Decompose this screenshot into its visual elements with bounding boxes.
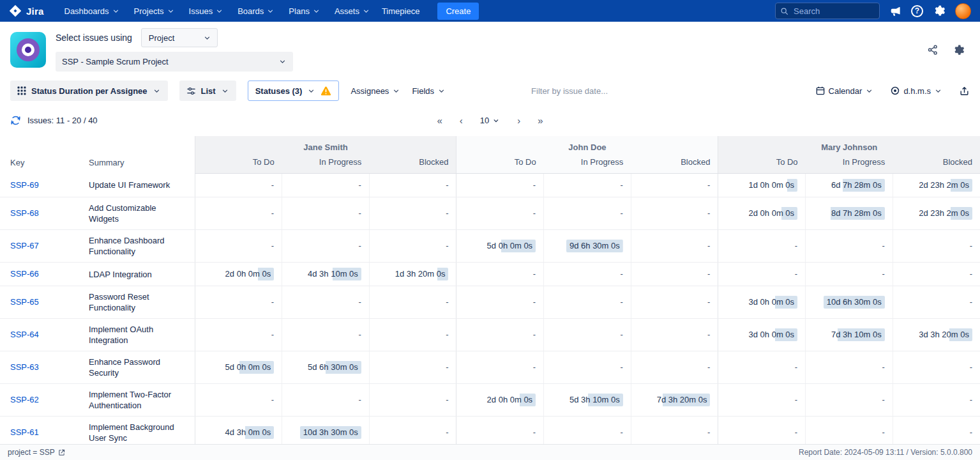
view-mode-label: List: [201, 86, 216, 96]
chevron-down-icon: [203, 34, 211, 42]
calendar-selector-label: Calendar: [829, 86, 863, 96]
issue-row: SSP-63Enhance Password Security5d 0h 0m …: [0, 351, 980, 384]
issue-key-link[interactable]: SSP-67: [10, 241, 39, 250]
duration-cell: -: [369, 230, 456, 263]
chevron-down-icon: [307, 87, 315, 95]
page-size-select[interactable]: 10: [480, 116, 500, 125]
report-subheader: Select issues using Project SSP - Sample…: [0, 22, 980, 77]
duration-cell: -: [806, 230, 893, 263]
warning-icon: [320, 86, 331, 96]
chevron-down-icon: [153, 87, 161, 95]
help-button[interactable]: ?: [911, 5, 923, 17]
first-page-button[interactable]: «: [437, 115, 442, 126]
duration-cell: -: [718, 351, 806, 384]
chevron-down-icon: [865, 87, 873, 95]
issue-source-mode-select[interactable]: Project: [141, 28, 218, 47]
last-page-button[interactable]: »: [538, 115, 543, 126]
nav-item-boards[interactable]: Boards: [237, 5, 275, 17]
assignee-group-mary-johnson: Mary Johnson: [718, 136, 980, 155]
issue-key-link[interactable]: SSP-69: [10, 180, 39, 190]
refresh-button[interactable]: [10, 115, 21, 126]
issue-key-link[interactable]: SSP-65: [10, 297, 39, 307]
duration-cell: 2d 0h 0m 0s: [718, 197, 806, 230]
chevron-down-icon: [492, 117, 500, 125]
nav-item-issues[interactable]: Issues: [189, 5, 224, 17]
empty-duration: -: [446, 208, 448, 218]
empty-duration: -: [882, 362, 884, 372]
issue-source-selects: Select issues using Project SSP - Sample…: [56, 28, 293, 72]
export-button[interactable]: [959, 86, 970, 96]
nav-item-projects[interactable]: Projects: [134, 5, 175, 17]
duration-value: 10d 6h 30m 0s: [824, 296, 885, 309]
status-column-header: Blocked: [893, 155, 980, 174]
duration-cell: -: [195, 286, 282, 319]
announcements-button[interactable]: [889, 5, 901, 17]
project-select[interactable]: SSP - Sample Scrum Project: [56, 52, 293, 72]
empty-duration: -: [795, 427, 797, 437]
empty-duration: -: [882, 427, 884, 437]
issue-key-link[interactable]: SSP-61: [10, 427, 39, 437]
assignee-group-header-row: Key Summary Jane Smith John Doe Mary Joh…: [0, 136, 980, 155]
jql-filter-link[interactable]: project = SSP: [8, 448, 65, 457]
issue-key-cell: SSP-69: [0, 174, 86, 197]
issue-key-link[interactable]: SSP-68: [10, 208, 39, 218]
view-mode-selector[interactable]: List: [179, 80, 236, 101]
nav-item-assets[interactable]: Assets: [335, 5, 370, 17]
duration-cell: 2d 23h 2m 0s: [893, 197, 980, 230]
nav-item-label: Assets: [335, 6, 359, 16]
empty-duration: -: [970, 241, 972, 250]
duration-cell: -: [544, 263, 631, 286]
empty-duration: -: [795, 269, 797, 279]
nav-item-plans[interactable]: Plans: [289, 5, 320, 17]
issue-key-cell: SSP-67: [0, 230, 86, 263]
assignees-filter-button[interactable]: Assignees: [351, 86, 400, 96]
empty-duration: -: [620, 330, 622, 339]
duration-cell: -: [282, 384, 370, 417]
empty-duration: -: [533, 362, 536, 372]
fields-selector-button[interactable]: Fields: [412, 86, 446, 96]
share-button[interactable]: [927, 44, 939, 56]
empty-duration: -: [271, 395, 274, 404]
duration-cell: 2d 23h 2m 0s: [893, 174, 980, 197]
jira-logo[interactable]: Jira: [9, 4, 44, 17]
duration-cell: -: [631, 197, 718, 230]
nav-item-timepiece[interactable]: Timepiece: [382, 5, 419, 17]
issue-key-link[interactable]: SSP-64: [10, 330, 39, 339]
empty-duration: -: [707, 362, 710, 372]
duration-value: 8d 7h 28m 0s: [828, 207, 885, 220]
statuses-filter-label: Statuses (3): [255, 86, 303, 96]
search-input[interactable]: [775, 3, 880, 19]
issue-key-link[interactable]: SSP-63: [10, 362, 39, 372]
status-column-header: To Do: [195, 155, 282, 174]
gear-icon: [933, 4, 946, 17]
user-avatar[interactable]: [955, 3, 971, 19]
create-button[interactable]: Create: [437, 3, 479, 20]
status-duration-table: Key Summary Jane Smith John Doe Mary Joh…: [0, 136, 980, 460]
empty-duration: -: [533, 180, 536, 190]
fields-selector-label: Fields: [412, 86, 434, 96]
status-column-header: In Progress: [806, 155, 893, 174]
duration-value: 4d 3h 0m 0s: [222, 426, 275, 439]
key-column-header: Key: [0, 136, 86, 174]
project-selected-value: SSP - Sample Scrum Project: [62, 57, 169, 66]
calendar-selector-button[interactable]: Calendar: [815, 86, 874, 96]
empty-duration: -: [970, 362, 972, 372]
next-page-button[interactable]: ›: [517, 115, 520, 126]
issue-key-link[interactable]: SSP-66: [10, 269, 39, 279]
issue-key-link[interactable]: SSP-62: [10, 395, 39, 404]
report-type-selector[interactable]: Status Duration per Assignee: [10, 80, 168, 101]
duration-cell: 3d 3h 20m 0s: [893, 319, 980, 351]
report-version-info: Report Date: 2024-05-09 13:11 / Version:…: [799, 448, 972, 457]
issue-date-filter-input[interactable]: Filter by issue date...: [531, 86, 608, 96]
nav-item-label: Plans: [289, 6, 310, 16]
statuses-filter-button[interactable]: Statuses (3): [248, 80, 340, 101]
status-column-header: Blocked: [369, 155, 456, 174]
issues-count-info: Issues: 11 - 20 / 40: [10, 115, 98, 126]
settings-button[interactable]: [933, 4, 946, 17]
prev-page-button[interactable]: ‹: [460, 115, 463, 126]
duration-cell: 2d 0h 0m 0s: [195, 263, 282, 286]
duration-cell: -: [195, 384, 282, 417]
report-settings-button[interactable]: [953, 44, 965, 56]
nav-item-dashboards[interactable]: Dashboards: [64, 5, 120, 17]
duration-format-selector[interactable]: d.h.m.s: [890, 86, 942, 96]
